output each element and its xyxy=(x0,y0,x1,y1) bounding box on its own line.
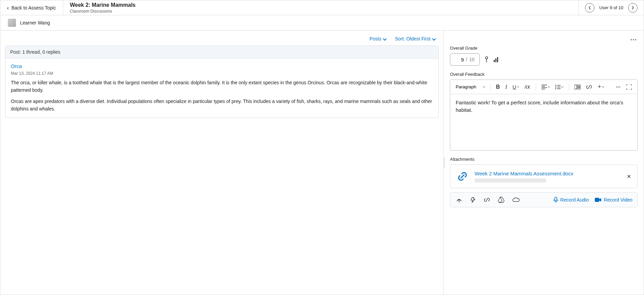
rte-paragraph-select[interactable]: Paragraph xyxy=(454,83,487,91)
prev-user-button[interactable] xyxy=(585,3,594,13)
chevron-down-icon xyxy=(432,37,436,40)
attachment-meta xyxy=(475,178,546,183)
feedback-editor: Paragraph B I U A xyxy=(450,80,638,151)
assessment-panel: ⋯ Overall Grade / 10 xyxy=(443,31,644,295)
svg-rect-1 xyxy=(444,158,444,168)
grade-denominator: 10 xyxy=(469,57,475,62)
more-actions-button[interactable]: ⋯ xyxy=(630,35,638,44)
video-camera-icon xyxy=(595,197,602,202)
svg-rect-11 xyxy=(578,85,580,87)
google-drive-icon xyxy=(498,197,505,203)
rte-fullscreen-button[interactable] xyxy=(624,83,634,91)
posts-filter-label: Posts xyxy=(370,36,381,41)
insert-stuff-icon xyxy=(574,84,581,90)
microphone-icon xyxy=(553,197,558,203)
grade-slash: / xyxy=(466,57,467,62)
grade-map-button[interactable] xyxy=(484,56,489,63)
title-area: Week 2: Marine Mammals Classroom Discuss… xyxy=(63,0,579,15)
user-nav: User 9 of 10 xyxy=(579,0,644,15)
attachment-icon xyxy=(455,169,470,184)
rte-underline-button[interactable]: U xyxy=(511,83,521,91)
posts-sort-label: Sort: Oldest First xyxy=(395,36,431,41)
learner-row: Learner Wang xyxy=(0,15,644,31)
grade-stats-button[interactable] xyxy=(493,56,500,63)
rte-insert-stuff-button[interactable] xyxy=(572,83,583,91)
svg-rect-12 xyxy=(578,87,580,89)
svg-rect-3 xyxy=(494,60,495,62)
rte-more-button[interactable]: ⋯ xyxy=(614,83,623,91)
attachment-info: Week 2 Marine Mammals Assessment.docx xyxy=(475,171,573,183)
rte-align-button[interactable] xyxy=(539,83,552,91)
post-date: Mar 13, 2024 11:17 AM xyxy=(11,71,433,76)
svg-rect-5 xyxy=(497,57,498,62)
chevron-down-icon xyxy=(561,85,564,88)
quicklink-button[interactable] xyxy=(469,196,477,204)
post-card: Orca Mar 13, 2024 11:17 AM The orca, or … xyxy=(5,58,439,118)
record-video-button[interactable]: Record Video xyxy=(595,197,632,203)
svg-rect-4 xyxy=(495,58,496,62)
post-paragraph: Orcas are apex predators with a diverse … xyxy=(11,98,433,112)
link-attachment-icon xyxy=(455,169,470,184)
page-subtitle: Classroom Discussions xyxy=(70,9,572,14)
post-title-link[interactable]: Orca xyxy=(11,63,22,69)
svg-point-2 xyxy=(486,57,488,59)
chevron-down-icon xyxy=(483,85,485,88)
record-video-label: Record Video xyxy=(604,197,632,203)
attachment-remove-button[interactable]: ✕ xyxy=(625,173,632,180)
svg-point-8 xyxy=(555,86,556,87)
post-paragraph: The orca, or killer whale, is a toothed … xyxy=(11,79,433,94)
upload-icon xyxy=(456,197,462,203)
clear-format-icon: A xyxy=(524,84,530,90)
posts-filter-dropdown[interactable]: Posts xyxy=(370,36,386,41)
chevron-right-icon xyxy=(631,6,634,10)
page-title: Week 2: Marine Mammals xyxy=(70,2,572,8)
avatar xyxy=(8,19,16,27)
rte-italic-button[interactable]: I xyxy=(503,83,509,91)
rte-insert-button[interactable]: + xyxy=(595,82,606,92)
attachments-label: Attachments xyxy=(450,157,638,162)
record-audio-label: Record Audio xyxy=(560,197,589,203)
bar-chart-icon xyxy=(493,56,500,63)
grade-row: / 10 xyxy=(450,53,638,66)
panel-resizer[interactable] xyxy=(443,156,445,170)
top-header: ‹ Back to Assess Topic Week 2: Marine Ma… xyxy=(0,0,644,15)
next-user-button[interactable] xyxy=(628,3,638,13)
attachment-actions-bar: Record Audio Record Video xyxy=(450,192,638,207)
google-drive-button[interactable] xyxy=(497,196,505,204)
back-button[interactable]: ‹ Back to Assess Topic xyxy=(0,0,63,15)
close-icon: ✕ xyxy=(627,174,631,179)
svg-rect-18 xyxy=(595,198,599,202)
post-body: The orca, or killer whale, is a toothed … xyxy=(11,79,433,113)
chevron-left-icon xyxy=(588,6,591,10)
link-attach-button[interactable] xyxy=(483,196,491,204)
posts-summary: Post: 1 thread, 0 replies xyxy=(5,46,439,58)
quicklink-icon xyxy=(470,197,476,203)
align-icon xyxy=(542,85,547,89)
svg-point-7 xyxy=(555,85,556,86)
overall-grade-label: Overall Grade xyxy=(450,46,638,51)
attachment-link[interactable]: Week 2 Marine Mammals Assessment.docx xyxy=(475,171,573,176)
rte-paragraph-label: Paragraph xyxy=(456,84,476,89)
svg-text:A: A xyxy=(524,85,527,90)
grade-input[interactable] xyxy=(454,57,464,63)
posts-sort-dropdown[interactable]: Sort: Oldest First xyxy=(395,36,435,41)
link-icon xyxy=(484,197,490,203)
upload-file-button[interactable] xyxy=(455,196,463,204)
feedback-textarea[interactable]: Fantastic work! To get a perfect score, … xyxy=(450,94,637,150)
user-position: User 9 of 10 xyxy=(599,5,623,10)
onedrive-button[interactable] xyxy=(511,196,520,203)
rte-clear-format-button[interactable]: A xyxy=(522,83,532,91)
onedrive-icon xyxy=(512,197,519,203)
grade-input-box[interactable]: / 10 xyxy=(450,53,480,66)
rte-link-button[interactable] xyxy=(584,83,594,91)
fullscreen-icon xyxy=(626,84,632,90)
svg-rect-17 xyxy=(555,197,557,201)
rte-bold-button[interactable]: B xyxy=(494,83,502,91)
chevron-down-icon xyxy=(548,85,550,88)
attachments-section: Attachments Week 2 Mar xyxy=(450,157,638,207)
svg-rect-10 xyxy=(574,85,577,89)
map-pin-icon xyxy=(484,56,489,63)
rte-list-button[interactable] xyxy=(553,83,565,91)
learner-name: Learner Wang xyxy=(20,20,50,25)
record-audio-button[interactable]: Record Audio xyxy=(553,197,589,203)
